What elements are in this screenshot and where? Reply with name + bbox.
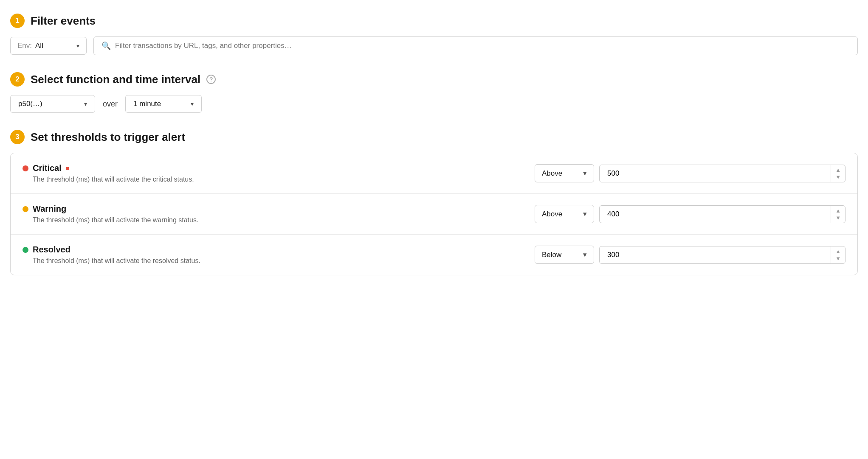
threshold-row-warning: Warning The threshold (ms) that will act… — [11, 194, 857, 235]
spinner-critical[interactable]: ▲ ▼ — [831, 165, 845, 182]
filter-row: Env: All ▾ 🔍 — [10, 36, 858, 55]
threshold-label-row-resolved: Resolved — [23, 245, 526, 255]
condition-value-warning: Above — [542, 210, 562, 218]
function-dropdown[interactable]: p50(…) ▾ — [10, 95, 95, 113]
threshold-label-row-critical: Critical — [23, 163, 526, 173]
step2-badge: 2 — [10, 72, 25, 87]
condition-value-critical: Above — [542, 169, 562, 178]
value-input-warning[interactable] — [600, 206, 831, 223]
env-chevron-icon: ▾ — [76, 42, 79, 49]
condition-chevron-icon: ▾ — [583, 169, 587, 178]
threshold-name-critical: Critical — [33, 163, 62, 173]
condition-chevron-icon: ▾ — [583, 210, 587, 218]
search-icon: 🔍 — [101, 41, 111, 50]
required-indicator-critical — [66, 167, 69, 170]
value-input-resolved[interactable] — [600, 246, 831, 263]
threshold-controls-critical: Above ▾ ▲ ▼ — [535, 164, 845, 182]
spinner-resolved[interactable]: ▲ ▼ — [831, 246, 845, 263]
threshold-controls-resolved: Below ▾ ▲ ▼ — [535, 246, 845, 264]
step2-title: Select function and time interval — [31, 73, 200, 86]
threshold-name-warning: Warning — [33, 204, 66, 214]
spinner-down-icon: ▼ — [835, 255, 841, 262]
function-chevron-icon: ▾ — [84, 101, 87, 107]
condition-dropdown-critical[interactable]: Above ▾ — [535, 164, 594, 182]
threshold-desc-resolved: The threshold (ms) that will activate th… — [23, 257, 526, 265]
condition-dropdown-warning[interactable]: Above ▾ — [535, 205, 594, 223]
dot-critical — [23, 165, 28, 171]
spinner-warning[interactable]: ▲ ▼ — [831, 206, 845, 223]
step3-title: Set thresholds to trigger alert — [31, 131, 185, 144]
step1-header: 1 Filter events — [10, 14, 858, 28]
step1-section: 1 Filter events Env: All ▾ 🔍 — [10, 14, 858, 55]
threshold-info-resolved: Resolved The threshold (ms) that will ac… — [23, 245, 526, 265]
spinner-down-icon: ▼ — [835, 215, 841, 221]
value-input-critical[interactable] — [600, 165, 831, 182]
time-value: 1 minute — [133, 100, 161, 108]
threshold-table: Critical The threshold (ms) that will ac… — [10, 153, 858, 275]
spinner-up-icon: ▲ — [835, 207, 841, 214]
search-input[interactable] — [115, 42, 850, 50]
condition-value-resolved: Below — [542, 251, 561, 259]
threshold-label-row-warning: Warning — [23, 204, 526, 214]
time-dropdown[interactable]: 1 minute ▾ — [125, 95, 202, 113]
value-input-container-warning: ▲ ▼ — [599, 205, 845, 223]
threshold-controls-warning: Above ▾ ▲ ▼ — [535, 205, 845, 223]
step1-badge: 1 — [10, 14, 25, 28]
env-dropdown[interactable]: Env: All ▾ — [10, 37, 87, 55]
threshold-row-critical: Critical The threshold (ms) that will ac… — [11, 153, 857, 194]
step2-section: 2 Select function and time interval ? p5… — [10, 72, 858, 113]
condition-chevron-icon: ▾ — [583, 250, 587, 259]
threshold-info-warning: Warning The threshold (ms) that will act… — [23, 204, 526, 224]
step1-title: Filter events — [31, 14, 96, 28]
threshold-desc-warning: The threshold (ms) that will activate th… — [23, 216, 526, 224]
dot-warning — [23, 206, 28, 212]
step3-header: 3 Set thresholds to trigger alert — [10, 130, 858, 144]
step2-header: 2 Select function and time interval ? — [10, 72, 858, 87]
threshold-info-critical: Critical The threshold (ms) that will ac… — [23, 163, 526, 183]
step3-badge: 3 — [10, 130, 25, 144]
function-row: p50(…) ▾ over 1 minute ▾ — [10, 95, 858, 113]
threshold-desc-critical: The threshold (ms) that will activate th… — [23, 176, 526, 183]
over-label: over — [103, 100, 118, 109]
value-input-container-critical: ▲ ▼ — [599, 165, 845, 182]
spinner-down-icon: ▼ — [835, 174, 841, 180]
spinner-up-icon: ▲ — [835, 167, 841, 173]
condition-dropdown-resolved[interactable]: Below ▾ — [535, 246, 594, 264]
help-icon[interactable]: ? — [206, 75, 216, 84]
search-container: 🔍 — [93, 36, 858, 55]
function-value: p50(…) — [18, 100, 42, 108]
spinner-up-icon: ▲ — [835, 248, 841, 255]
env-value: All — [35, 42, 43, 50]
step3-section: 3 Set thresholds to trigger alert Critic… — [10, 130, 858, 275]
threshold-row-resolved: Resolved The threshold (ms) that will ac… — [11, 235, 857, 275]
value-input-container-resolved: ▲ ▼ — [599, 246, 845, 264]
env-label: Env: — [17, 42, 32, 50]
dot-resolved — [23, 247, 28, 253]
time-chevron-icon: ▾ — [191, 101, 194, 107]
threshold-name-resolved: Resolved — [33, 245, 70, 255]
